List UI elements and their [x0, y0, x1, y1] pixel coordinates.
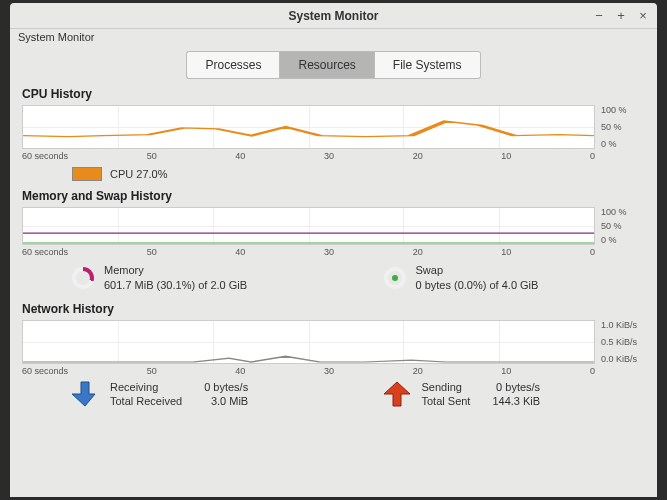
menu-system-monitor[interactable]: System Monitor	[18, 31, 94, 43]
swap-label: Swap	[416, 263, 539, 278]
network-title: Network History	[22, 302, 645, 316]
app-window: System Monitor − + × System Monitor Proc…	[10, 3, 657, 497]
network-section: Network History 1.0 KiB/s 0.5 KiB/s 0.0 …	[22, 302, 645, 408]
tab-processes[interactable]: Processes	[186, 51, 279, 79]
tab-resources[interactable]: Resources	[279, 51, 374, 79]
network-y-axis: 1.0 KiB/s 0.5 KiB/s 0.0 KiB/s	[595, 320, 645, 364]
upload-arrow-icon	[384, 380, 410, 408]
swap-pie-icon	[384, 267, 406, 289]
network-chart	[22, 320, 595, 364]
cpu-chart	[22, 105, 595, 149]
cpu-section: CPU History 100 % 50 % 0 % 60 seconds504…	[22, 87, 645, 181]
maximize-icon[interactable]: +	[613, 8, 629, 24]
memory-x-axis: 60 seconds50403020100	[22, 247, 645, 257]
send-total: 144.3 KiB	[492, 395, 540, 407]
tab-bar: Processes Resources File Systems	[10, 51, 657, 79]
network-legend: Receiving 0 bytes/s Total Received 3.0 M…	[22, 380, 645, 408]
memory-value: 601.7 MiB (30.1%) of 2.0 GiB	[104, 278, 247, 293]
memory-section: Memory and Swap History 100 % 50 % 0 %	[22, 189, 645, 294]
send-rate: 0 bytes/s	[492, 381, 540, 393]
window-title: System Monitor	[288, 9, 378, 23]
window-controls: − + ×	[591, 8, 651, 24]
content-area: CPU History 100 % 50 % 0 % 60 seconds504…	[10, 79, 657, 497]
recv-total: 3.0 MiB	[204, 395, 248, 407]
network-x-axis: 60 seconds50403020100	[22, 366, 645, 376]
memory-y-axis: 100 % 50 % 0 %	[595, 207, 645, 245]
memory-pie-icon	[72, 267, 94, 289]
swap-value: 0 bytes (0.0%) of 4.0 GiB	[416, 278, 539, 293]
minimize-icon[interactable]: −	[591, 8, 607, 24]
memory-label: Memory	[104, 263, 247, 278]
send-total-label: Total Sent	[422, 395, 471, 407]
tab-filesystems[interactable]: File Systems	[375, 51, 481, 79]
send-label: Sending	[422, 381, 471, 393]
close-icon[interactable]: ×	[635, 8, 651, 24]
menubar: System Monitor	[10, 29, 657, 49]
titlebar: System Monitor − + ×	[10, 3, 657, 29]
cpu-legend-label: CPU 27.0%	[110, 168, 167, 180]
memory-chart	[22, 207, 595, 245]
recv-total-label: Total Received	[110, 395, 182, 407]
recv-label: Receiving	[110, 381, 182, 393]
recv-rate: 0 bytes/s	[204, 381, 248, 393]
cpu-swatch-icon	[72, 167, 102, 181]
cpu-legend: CPU 27.0%	[22, 167, 645, 181]
cpu-title: CPU History	[22, 87, 645, 101]
cpu-y-axis: 100 % 50 % 0 %	[595, 105, 645, 149]
memory-title: Memory and Swap History	[22, 189, 645, 203]
download-arrow-icon	[72, 380, 98, 408]
memory-legend: Memory 601.7 MiB (30.1%) of 2.0 GiB Swap…	[22, 263, 645, 294]
cpu-x-axis: 60 seconds50403020100	[22, 151, 645, 161]
